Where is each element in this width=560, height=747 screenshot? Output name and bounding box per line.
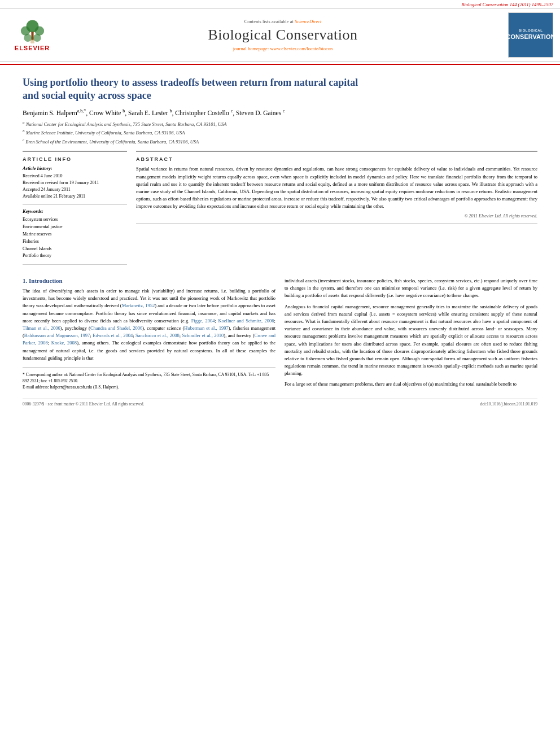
author4-name: Christopher Costello — [175, 110, 229, 116]
article-history-section: Article history: Received 4 June 2010 Re… — [23, 165, 127, 200]
ref-baldursson[interactable]: Baldursson and Magnusson, 1997 — [24, 333, 90, 338]
abstract-box: ABSTRACT Spatial variance in returns fro… — [136, 151, 537, 224]
ref-sanchirico[interactable]: Sanchirico et al., 2008 — [135, 333, 180, 338]
keyword-4: Fisheries — [23, 238, 127, 246]
affiliation-c: c Bren School of the Environment, Univer… — [23, 137, 537, 146]
affiliation-b: b Marine Science Institute, University o… — [23, 128, 537, 137]
copyright-line: © 2011 Elsevier Ltd. All rights reserved… — [136, 213, 537, 219]
elsevier-logo: ELSEVIER — [7, 19, 58, 51]
author5-name: Steven D. Gaines — [236, 110, 281, 116]
sciencedirect-line: Contents lists available at ScienceDirec… — [58, 19, 508, 24]
abstract-col: ABSTRACT Spatial variance in returns fro… — [136, 151, 537, 270]
footnote-section: * Corresponding author at: National Cent… — [23, 368, 275, 391]
keyword-3: Marine reserves — [23, 231, 127, 238]
ref-figge[interactable]: Figge, 2004 — [191, 318, 215, 324]
info-abstract-section: ARTICLE INFO Article history: Received 4… — [23, 151, 537, 270]
journal-volume-info: Biological Conservation 144 (2011) 1499–… — [461, 2, 553, 7]
ref-koellner[interactable]: Koellner and Schmitz, 2006 — [218, 318, 274, 324]
intro-para2: Analogous to financial capital managemen… — [285, 303, 537, 378]
footnote-email: E-mail address: halpern@nceas.ucsb.edu (… — [23, 384, 275, 390]
body-col-right: individual assets (investment stocks, in… — [285, 277, 537, 391]
received-date: Received 4 June 2010 — [23, 173, 127, 180]
bottom-bar: 0006-3207/$ - see front matter © 2011 El… — [23, 399, 537, 407]
intro-para3: For a large set of these management prob… — [285, 381, 537, 388]
elsevier-text: ELSEVIER — [15, 45, 50, 51]
journal-title: Biological Conservation — [58, 27, 508, 43]
accepted-date: Accepted 24 January 2011 — [23, 186, 127, 193]
journal-top-bar: Biological Conservation 144 (2011) 1499–… — [0, 0, 560, 8]
issn-line: 0006-3207/$ - see front matter © 2011 El… — [23, 401, 145, 407]
author2-name: Crow White — [89, 110, 121, 116]
keyword-6: Portfolio theory — [23, 252, 127, 260]
revised-date: Received in revised form 19 January 2011 — [23, 180, 127, 186]
journal-center: Contents lists available at ScienceDirec… — [58, 19, 508, 51]
ref-schindler[interactable]: Schindler et al., 2010 — [182, 333, 224, 338]
journal-homepage: journal homepage: www.elsevier.com/locat… — [58, 46, 508, 51]
authors-line: Benjamin S. Halperna,b,*, Crow White b, … — [23, 108, 537, 116]
keyword-2: Environmental justice — [23, 224, 127, 231]
article-info-box: ARTICLE INFO Article history: Received 4… — [23, 151, 127, 265]
ref-edwards[interactable]: Edwards et al., 2004 — [93, 333, 133, 338]
intro-para1-cont: individual assets (investment stocks, in… — [285, 277, 537, 300]
svg-rect-6 — [30, 39, 34, 43]
affiliation-a: a National Center for Ecological Analysi… — [23, 120, 537, 128]
article-title: Using portfolio theory to assess tradeof… — [23, 76, 537, 103]
abstract-title: ABSTRACT — [136, 156, 537, 162]
abstract-text: Spatial variance in returns from natural… — [136, 165, 537, 210]
article-history-label: Article history: — [23, 165, 127, 171]
journal-header-content: ELSEVIER Contents lists available at Sci… — [0, 8, 560, 62]
article-info-col: ARTICLE INFO Article history: Received 4… — [23, 151, 127, 270]
ref-chandra[interactable]: Chandra and Shadel, 2006 — [90, 325, 142, 331]
ref-tilman[interactable]: Tilman et al., 2006 — [23, 325, 60, 331]
intro-para1: The idea of diversifying one's assets in… — [23, 287, 275, 362]
keywords-section: Keywords: Ecosystem services Environment… — [23, 204, 127, 260]
body-col-left: 1. Introduction The idea of diversifying… — [23, 277, 275, 391]
journal-header: Biological Conservation 144 (2011) 1499–… — [0, 0, 560, 65]
author1-name: Benjamin S. Halpern — [23, 110, 77, 116]
intro-heading: 1. Introduction — [23, 277, 275, 284]
footnote-star: * Corresponding author at: National Cent… — [23, 372, 275, 385]
article-info-title: ARTICLE INFO — [23, 156, 127, 162]
author3-name: Sarah E. Lester — [128, 110, 168, 116]
ref-knoke[interactable]: Knoke, 2008 — [51, 340, 77, 346]
keywords-label: Keywords: — [23, 208, 127, 214]
journal-badge: Biological Conservation — [508, 12, 553, 58]
keyword-5: Channel Islands — [23, 246, 127, 253]
ref-markowitz[interactable]: Markowitz, 1952 — [122, 303, 155, 308]
affiliations: a National Center for Ecological Analysi… — [23, 120, 537, 146]
svg-rect-3 — [31, 32, 33, 40]
keyword-1: Ecosystem services — [23, 216, 127, 224]
doi-line: doi:10.1016/j.biocon.2011.01.019 — [480, 401, 537, 407]
ref-huberman[interactable]: Huberman et al., 1997 — [184, 325, 228, 331]
sciencedirect-link[interactable]: ScienceDirect — [295, 19, 321, 24]
body-section: 1. Introduction The idea of diversifying… — [23, 277, 537, 391]
available-date: Available online 21 February 2011 — [23, 193, 127, 200]
elsevier-tree-icon — [17, 19, 48, 45]
main-content: Using portfolio theory to assess tradeof… — [0, 65, 560, 412]
